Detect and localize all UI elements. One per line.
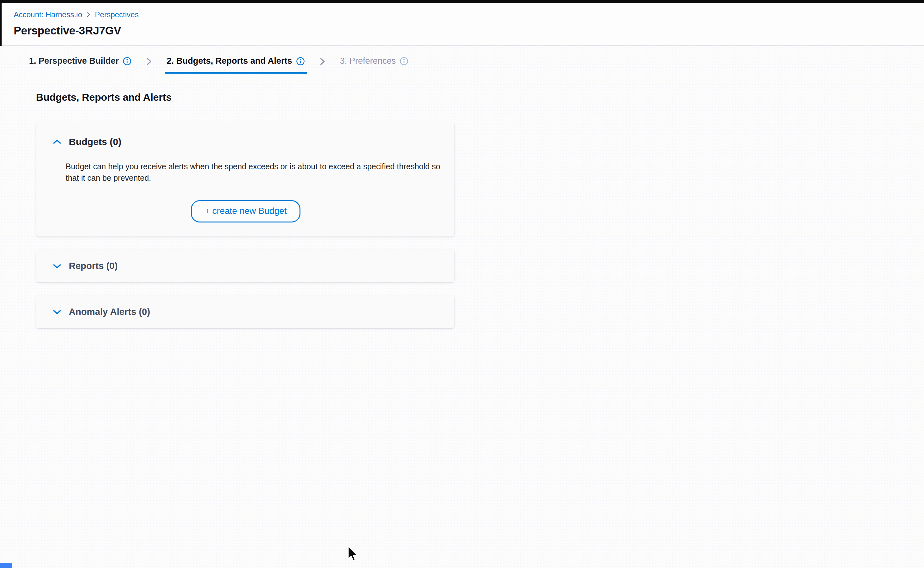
create-new-budget-button[interactable]: + create new Budget	[191, 200, 300, 222]
info-icon[interactable]	[123, 57, 131, 66]
chevron-down-icon[interactable]	[52, 263, 62, 270]
info-icon[interactable]	[399, 57, 408, 66]
mouse-cursor-icon	[347, 546, 358, 563]
reports-card: Reports (0)	[36, 249, 454, 282]
breadcrumb-account-link[interactable]: Account: Harness.io	[14, 10, 82, 19]
anomaly-alerts-card-header[interactable]: Anomaly Alerts (0)	[52, 307, 150, 317]
screen-left-edge	[0, 0, 2, 46]
breadcrumb: Account: Harness.io Perspectives	[14, 10, 139, 19]
chevron-up-icon[interactable]	[52, 138, 62, 145]
step-separator-icon	[319, 51, 326, 66]
tab-label: 2. Budgets, Reports and Alerts	[167, 56, 292, 66]
tab-label: 1. Perspective Builder	[29, 56, 119, 66]
breadcrumb-perspectives-link[interactable]: Perspectives	[95, 10, 139, 19]
section-heading: Budgets, Reports and Alerts	[36, 92, 924, 103]
screen-top-edge	[0, 0, 924, 3]
reports-card-title: Reports (0)	[69, 261, 118, 271]
budgets-card-header[interactable]: Budgets (0)	[52, 136, 439, 147]
info-icon[interactable]	[296, 57, 305, 66]
anomaly-alerts-card: Anomaly Alerts (0)	[36, 296, 454, 328]
desktop-corner-fragment	[0, 563, 12, 568]
tab-preferences[interactable]: 3. Preferences	[338, 51, 411, 74]
budgets-description: Budget can help you receive alerts when …	[66, 161, 454, 184]
anomaly-alerts-card-title: Anomaly Alerts (0)	[69, 307, 150, 317]
wizard-step-tabs: 1. Perspective Builder 2. Budgets, Repor…	[27, 51, 410, 74]
page-title: Perspective-3RJ7GV	[14, 24, 121, 37]
tab-label: 3. Preferences	[340, 56, 396, 66]
reports-card-header[interactable]: Reports (0)	[52, 261, 118, 271]
tab-budgets-reports-alerts[interactable]: 2. Budgets, Reports and Alerts	[165, 51, 307, 74]
page-header: Account: Harness.io Perspectives Perspec…	[0, 3, 924, 46]
step-separator-icon	[146, 51, 152, 66]
chevron-down-icon[interactable]	[52, 308, 62, 316]
budgets-card-title: Budgets (0)	[69, 136, 121, 147]
budgets-card: Budgets (0) Budget can help you receive …	[36, 122, 454, 237]
main-content: Budgets, Reports and Alerts Budgets (0) …	[0, 81, 924, 328]
breadcrumb-separator-icon	[86, 12, 91, 18]
tab-perspective-builder[interactable]: 1. Perspective Builder	[27, 51, 134, 74]
